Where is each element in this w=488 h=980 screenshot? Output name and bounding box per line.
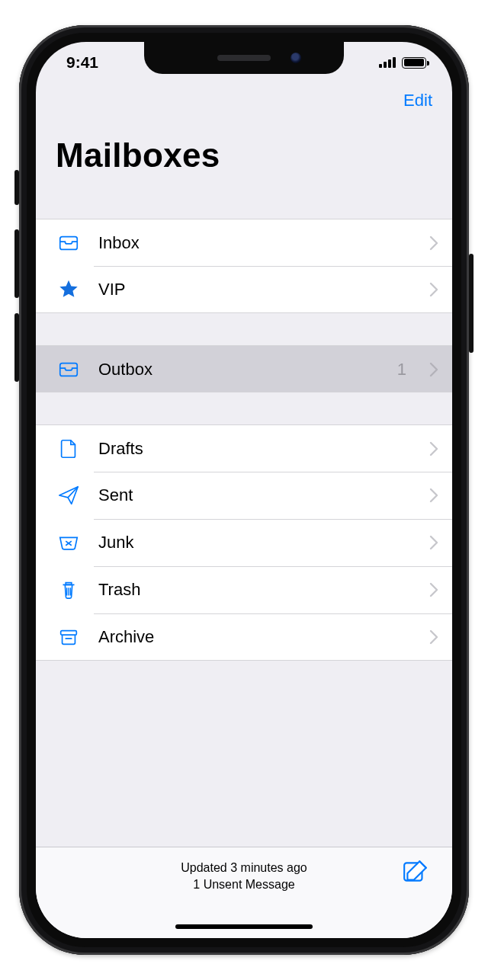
screen: 9:41 Edit Mailboxes InboxVIPOutbox1Draft…: [36, 42, 452, 938]
front-camera: [291, 53, 301, 63]
chevron-right-icon: [429, 582, 438, 597]
nav-bar: Edit: [36, 83, 452, 121]
compose-icon: [402, 858, 429, 886]
mute-switch: [14, 170, 19, 205]
notch: [144, 42, 344, 74]
mailbox-row-drafts[interactable]: Drafts: [36, 424, 452, 472]
volume-up-btn: [14, 229, 19, 298]
archivebox-icon: [56, 626, 82, 649]
chevron-right-icon: [429, 535, 438, 550]
side-button: [469, 254, 474, 353]
volume-down-btn: [14, 313, 19, 382]
mailbox-group: DraftsSentJunkTrashArchive: [36, 424, 452, 661]
mailbox-label: Inbox: [98, 233, 413, 253]
mailbox-group: Outbox1: [36, 345, 452, 392]
sync-status-line1: Updated 3 minutes ago: [181, 860, 307, 876]
mailbox-label: Archive: [98, 627, 413, 647]
chevron-right-icon: [429, 441, 438, 456]
mailbox-count: 1: [397, 360, 406, 380]
trash-icon: [56, 578, 82, 601]
cellular-signal-icon: [379, 57, 396, 68]
star-icon: [56, 278, 82, 301]
status-time: 9:41: [66, 53, 98, 72]
tray-icon: [56, 358, 82, 381]
mailbox-list: InboxVIPOutbox1DraftsSentJunkTrashArchiv…: [36, 219, 452, 661]
mailbox-label: Drafts: [98, 439, 413, 459]
battery-icon: [402, 57, 426, 69]
mailbox-label: Sent: [98, 485, 413, 505]
compose-button[interactable]: [402, 858, 429, 889]
mailbox-group: InboxVIP: [36, 219, 452, 313]
junk-icon: [56, 531, 82, 554]
chevron-right-icon: [429, 488, 438, 503]
device-frame: 9:41 Edit Mailboxes InboxVIPOutbox1Draft…: [19, 25, 469, 955]
tray-icon: [56, 232, 82, 255]
mailbox-label: Junk: [98, 533, 413, 552]
home-indicator: [175, 924, 313, 929]
chevron-right-icon: [429, 235, 438, 251]
mailbox-label: VIP: [98, 280, 413, 299]
earpiece-speaker: [217, 55, 271, 61]
doc-icon: [56, 437, 82, 460]
chevron-right-icon: [429, 362, 438, 377]
mailbox-label: Trash: [98, 580, 413, 600]
mailbox-row-inbox[interactable]: Inbox: [36, 219, 452, 266]
mailbox-row-trash[interactable]: Trash: [36, 566, 452, 613]
mailbox-label: Outbox: [98, 360, 380, 380]
mailbox-row-vip[interactable]: VIP: [36, 266, 452, 313]
sync-status-line2: 1 Unsent Message: [181, 876, 307, 893]
chevron-right-icon: [429, 282, 438, 297]
mailbox-row-archive[interactable]: Archive: [36, 613, 452, 661]
sync-status: Updated 3 minutes ago 1 Unsent Message: [181, 860, 307, 892]
mailbox-row-junk[interactable]: Junk: [36, 519, 452, 566]
edit-button[interactable]: Edit: [403, 91, 432, 121]
mailbox-row-sent[interactable]: Sent: [36, 472, 452, 519]
page-title: Mailboxes: [36, 121, 452, 187]
mailbox-row-outbox[interactable]: Outbox1: [36, 345, 452, 392]
chevron-right-icon: [429, 629, 438, 645]
paperplane-icon: [56, 484, 82, 507]
